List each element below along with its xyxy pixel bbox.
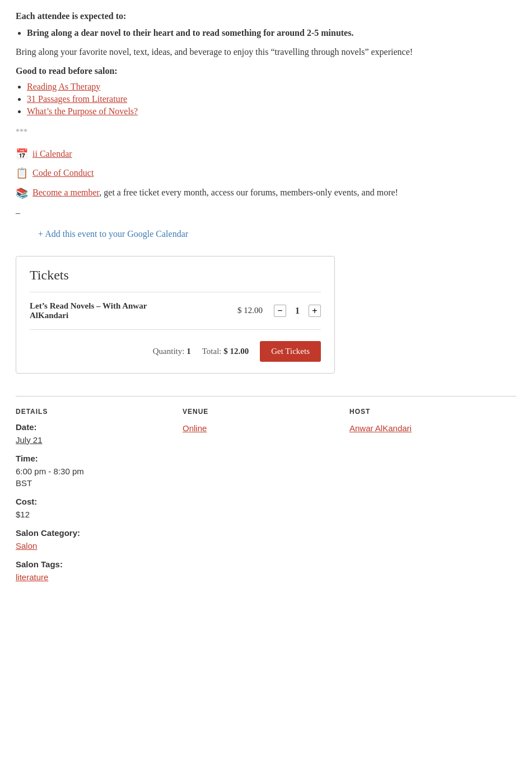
quantity-value: 1 xyxy=(292,306,303,316)
ticket-name: Let’s Read Novels – With Anwar AlKandari xyxy=(30,301,175,320)
ticket-row: Let’s Read Novels – With Anwar AlKandari… xyxy=(30,301,321,330)
dash-separator: – xyxy=(16,208,516,218)
details-col-heading: DETAILS xyxy=(16,408,171,416)
salon-category-label: Salon Category: xyxy=(16,528,171,538)
venue-value: Online xyxy=(183,422,338,434)
date-link[interactable]: July 21 xyxy=(16,435,43,445)
quantity-decrease-button[interactable]: − xyxy=(274,305,286,317)
code-of-conduct-link[interactable]: Code of Conduct xyxy=(32,168,94,178)
date-value: July 21 xyxy=(16,434,171,446)
code-of-conduct-link-row: 📋 Code of Conduct xyxy=(16,167,516,179)
bullet-item-1: Bring along a dear novel to their heart … xyxy=(27,28,516,38)
ticket-summary: Quantity: 1 Total: $ 12.00 Get Tickets xyxy=(30,339,321,362)
reading-link-1[interactable]: Reading As Therapy xyxy=(27,82,100,91)
get-tickets-button[interactable]: Get Tickets xyxy=(260,341,321,362)
tickets-title: Tickets xyxy=(30,268,321,283)
details-column: DETAILS Date: July 21 Time: 6:00 pm - 8:… xyxy=(16,408,183,591)
calendar-link-row: 📅 ii Calendar xyxy=(16,148,516,160)
time-value: 6:00 pm - 8:30 pmBST xyxy=(16,465,171,489)
quantity-summary: Quantity: 1 xyxy=(153,347,191,356)
good-to-read-heading: Good to read before salon: xyxy=(16,66,516,76)
list-item: 31 Passages from Literature xyxy=(27,94,516,104)
salon-tags-label: Salon Tags: xyxy=(16,559,171,569)
salon-tags-value: literature xyxy=(16,571,171,583)
intro-paragraph: Bring along your favorite novel, text, i… xyxy=(16,45,516,59)
venue-column: VENUE Online xyxy=(183,408,349,591)
clipboard-icon: 📋 xyxy=(16,167,28,179)
google-calendar-link[interactable]: + Add this event to your Google Calendar xyxy=(38,229,516,239)
host-value: Anwar AlKandari xyxy=(349,422,505,434)
details-section: DETAILS Date: July 21 Time: 6:00 pm - 8:… xyxy=(16,396,516,591)
ticket-separator-top xyxy=(30,292,321,292)
ticket-price: $ 12.00 xyxy=(237,306,263,315)
venue-link[interactable]: Online xyxy=(183,423,207,433)
become-member-link[interactable]: Become a member xyxy=(32,188,99,197)
quantity-increase-button[interactable]: + xyxy=(309,305,321,317)
ii-calendar-link[interactable]: ii Calendar xyxy=(32,149,72,159)
become-member-suffix: , get a free ticket every month, access … xyxy=(99,188,398,197)
become-member-text: Become a member, get a free ticket every… xyxy=(32,186,398,199)
time-label: Time: xyxy=(16,454,171,463)
cost-value: $12 xyxy=(16,509,171,520)
calendar-icon: 📅 xyxy=(16,148,28,160)
reading-list: Reading As Therapy 31 Passages from Lite… xyxy=(27,82,516,116)
attendee-heading: Each attendee is expected to: xyxy=(16,11,516,21)
total-value: $ 12.00 xyxy=(223,347,249,356)
become-member-row: 📚 Become a member, get a free ticket eve… xyxy=(16,186,516,201)
book-icon: 📚 xyxy=(16,186,28,201)
quantity-label: Quantity: xyxy=(153,347,185,356)
list-item: What’s the Purpose of Novels? xyxy=(27,106,516,116)
venue-col-heading: VENUE xyxy=(183,408,338,416)
reading-link-2[interactable]: 31 Passages from Literature xyxy=(27,94,127,104)
tickets-box: Tickets Let’s Read Novels – With Anwar A… xyxy=(16,256,335,374)
salon-category-link[interactable]: Salon xyxy=(16,541,37,551)
host-col-heading: HOST xyxy=(349,408,505,416)
divider-stars: *** xyxy=(16,128,516,137)
total-label: Total: xyxy=(202,347,222,356)
salon-category-value: Salon xyxy=(16,540,171,552)
host-link[interactable]: Anwar AlKandari xyxy=(349,423,412,433)
salon-tags-link[interactable]: literature xyxy=(16,572,48,582)
reading-link-3[interactable]: What’s the Purpose of Novels? xyxy=(27,106,138,116)
total-summary: Total: $ 12.00 xyxy=(202,347,249,356)
host-column: HOST Anwar AlKandari xyxy=(349,408,516,591)
quantity-summary-value: 1 xyxy=(186,347,191,356)
date-label: Date: xyxy=(16,422,171,432)
list-item: Reading As Therapy xyxy=(27,82,516,92)
cost-label: Cost: xyxy=(16,497,171,506)
ticket-price-controls: $ 12.00 − 1 + xyxy=(237,305,321,317)
